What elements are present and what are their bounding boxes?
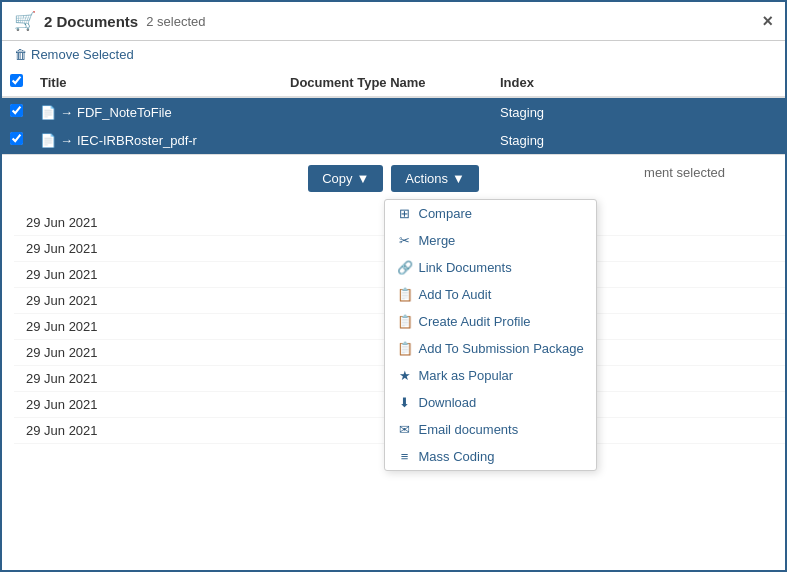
dropdown-item-add-to-submission-package[interactable]: 📋 Add To Submission Package (385, 335, 596, 362)
menu-item-icon-1: ✂ (397, 233, 413, 248)
menu-item-label-4: Create Audit Profile (419, 314, 531, 329)
row-title-cell: 📄 → IEC-IRBRoster_pdf-r (32, 126, 282, 154)
menu-item-icon-4: 📋 (397, 314, 413, 329)
modal-selected-count: 2 selected (146, 14, 205, 29)
menu-item-icon-6: ★ (397, 368, 413, 383)
dropdown-item-compare[interactable]: ⊞ Compare (385, 200, 596, 227)
row-checkbox-0[interactable] (10, 104, 23, 117)
main-body: Copy ▼ Actions ▼ ment selected ⊞ Compare… (2, 155, 785, 570)
arrow-icon: → (60, 105, 73, 120)
modal-window: 🛒 2 Documents 2 selected × 🗑 Remove Sele… (0, 0, 787, 572)
row-checkbox-cell (2, 97, 32, 126)
buttons-row: Copy ▼ Actions ▼ ment selected (2, 155, 785, 202)
row-title-cell: 📄 → FDF_NoteToFile (32, 97, 282, 126)
actions-button[interactable]: Actions ▼ (391, 165, 479, 192)
actions-chevron-icon: ▼ (452, 171, 465, 186)
modal-title: 2 Documents (44, 13, 138, 30)
row-checkbox-1[interactable] (10, 132, 23, 145)
file-icon: 📄 (40, 105, 56, 120)
row-doctype-cell (282, 97, 492, 126)
menu-item-icon-2: 🔗 (397, 260, 413, 275)
row-title: FDF_NoteToFile (77, 105, 172, 120)
toolbar: 🗑 Remove Selected (2, 41, 785, 68)
copy-button[interactable]: Copy ▼ (308, 165, 383, 192)
dropdown-item-merge[interactable]: ✂ Merge (385, 227, 596, 254)
table-row: 📄 → IEC-IRBRoster_pdf-r Staging (2, 126, 785, 154)
remove-selected-button[interactable]: 🗑 Remove Selected (14, 47, 134, 62)
dropdown-item-create-audit-profile[interactable]: 📋 Create Audit Profile (385, 308, 596, 335)
file-icon: 📄 (40, 133, 56, 148)
documents-table-container: Title Document Type Name Index 📄 → FDF_N… (2, 68, 785, 155)
select-all-checkbox[interactable] (10, 74, 23, 87)
arrow-icon: → (60, 133, 73, 148)
menu-item-label-1: Merge (419, 233, 456, 248)
menu-item-icon-5: 📋 (397, 341, 413, 356)
menu-item-label-5: Add To Submission Package (419, 341, 584, 356)
header-title: Title (32, 68, 282, 97)
row-index-cell: Staging (492, 97, 785, 126)
dropdown-item-email-documents[interactable]: ✉ Email documents (385, 416, 596, 443)
menu-item-label-3: Add To Audit (419, 287, 492, 302)
dropdown-item-add-to-audit[interactable]: 📋 Add To Audit (385, 281, 596, 308)
actions-dropdown-menu: ⊞ Compare ✂ Merge 🔗 Link Documents 📋 Add… (384, 199, 597, 471)
header-checkbox-col (2, 68, 32, 97)
menu-item-icon-9: ≡ (397, 449, 413, 464)
menu-item-icon-7: ⬇ (397, 395, 413, 410)
row-index-cell: Staging (492, 126, 785, 154)
row-checkbox-cell (2, 126, 32, 154)
dropdown-item-mark-as-popular[interactable]: ★ Mark as Popular (385, 362, 596, 389)
trash-icon: 🗑 (14, 47, 27, 62)
status-label: ment selected (644, 165, 725, 180)
actions-area: Copy ▼ Actions ▼ ment selected ⊞ Compare… (2, 155, 785, 570)
menu-item-label-9: Mass Coding (419, 449, 495, 464)
header-index: Index (492, 68, 785, 97)
menu-item-label-2: Link Documents (419, 260, 512, 275)
documents-table: Title Document Type Name Index 📄 → FDF_N… (2, 68, 785, 154)
menu-item-icon-0: ⊞ (397, 206, 413, 221)
row-title: IEC-IRBRoster_pdf-r (77, 133, 197, 148)
copy-label: Copy (322, 171, 352, 186)
actions-label: Actions (405, 171, 448, 186)
menu-item-label-0: Compare (419, 206, 472, 221)
menu-item-icon-8: ✉ (397, 422, 413, 437)
cart-icon: 🛒 (14, 10, 36, 32)
dropdown-item-mass-coding[interactable]: ≡ Mass Coding (385, 443, 596, 470)
menu-item-label-6: Mark as Popular (419, 368, 514, 383)
dropdown-item-link-documents[interactable]: 🔗 Link Documents (385, 254, 596, 281)
menu-item-icon-3: 📋 (397, 287, 413, 302)
modal-header: 🛒 2 Documents 2 selected × (2, 2, 785, 41)
modal-close-button[interactable]: × (762, 11, 773, 32)
header-doctype: Document Type Name (282, 68, 492, 97)
remove-selected-label: Remove Selected (31, 47, 134, 62)
row-doctype-cell (282, 126, 492, 154)
menu-item-label-7: Download (419, 395, 477, 410)
menu-item-label-8: Email documents (419, 422, 519, 437)
copy-chevron-icon: ▼ (356, 171, 369, 186)
status-text: ment selected (644, 165, 725, 180)
table-row: 📄 → FDF_NoteToFile Staging (2, 97, 785, 126)
dropdown-item-download[interactable]: ⬇ Download (385, 389, 596, 416)
